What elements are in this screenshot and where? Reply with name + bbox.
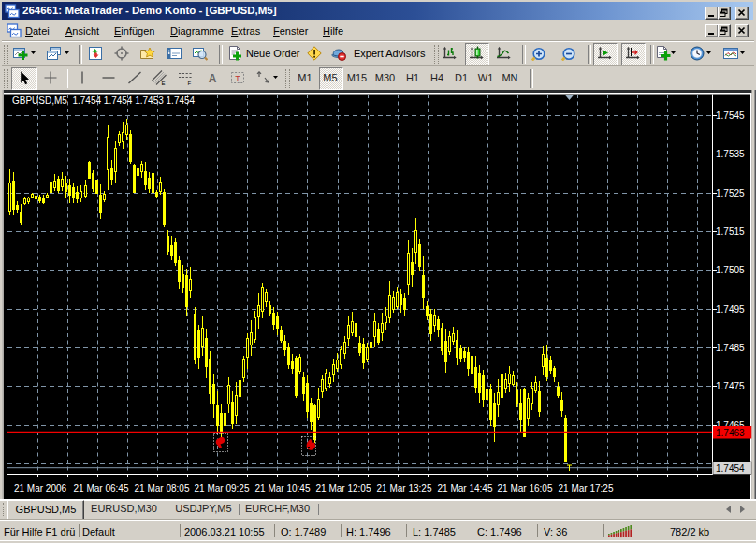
svg-text:1.7535: 1.7535 [716, 149, 745, 159]
svg-text:21 Mar 12:05: 21 Mar 12:05 [316, 483, 371, 493]
svg-text:1.7485: 1.7485 [716, 343, 745, 353]
svg-text:21 Mar 17:25: 21 Mar 17:25 [559, 483, 614, 493]
svg-text:21 Mar 09:25: 21 Mar 09:25 [195, 483, 250, 493]
svg-text:1.7475: 1.7475 [716, 381, 745, 391]
svg-text:E: E [162, 81, 166, 86]
svg-text:21 Mar 08:05: 21 Mar 08:05 [135, 483, 190, 493]
svg-text:F: F [188, 81, 192, 85]
svg-text:T: T [235, 74, 240, 83]
svg-text:1.7454: 1.7454 [716, 463, 745, 474]
svg-text:1.7495: 1.7495 [716, 304, 745, 315]
svg-text:A: A [209, 72, 217, 85]
svg-text:1.7545: 1.7545 [716, 110, 745, 121]
svg-text:1.7505: 1.7505 [716, 265, 745, 275]
svg-text:21 Mar 06:45: 21 Mar 06:45 [74, 483, 129, 493]
svg-text:21 Mar 14:45: 21 Mar 14:45 [438, 483, 493, 493]
svg-text:21 Mar 2006: 21 Mar 2006 [14, 483, 67, 493]
svg-text:1.7463: 1.7463 [716, 428, 745, 438]
svg-text:21 Mar 10:45: 21 Mar 10:45 [255, 483, 311, 493]
svg-text:GBPUSD,M5 1.7454 1.7454 1.745: GBPUSD,M5 1.7454 1.7454 1.7453 1.7454 [12, 95, 196, 106]
svg-text:21 Mar 13:25: 21 Mar 13:25 [377, 483, 432, 493]
svg-text:1.7525: 1.7525 [716, 188, 745, 198]
svg-text:21 Mar 16:05: 21 Mar 16:05 [498, 483, 553, 493]
svg-text:1.7515: 1.7515 [716, 227, 745, 237]
